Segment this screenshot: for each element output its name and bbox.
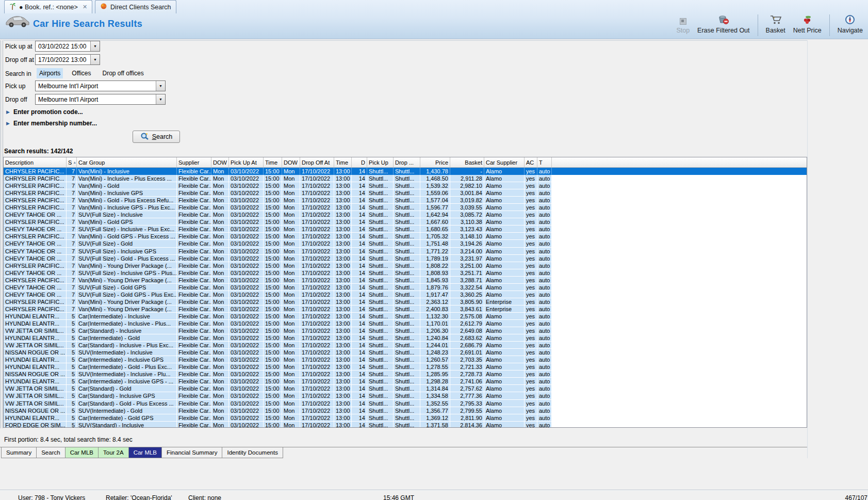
cell-basket: 2,982.10: [450, 182, 484, 189]
column-header-time2[interactable]: Time: [334, 157, 352, 167]
table-row[interactable]: CHRYSLER PACIFIC...7Van(Mini) - Gold GPS…: [4, 233, 807, 240]
search-in-airports[interactable]: Airports: [37, 68, 63, 78]
column-header-drop[interactable]: Drop ...: [394, 157, 420, 167]
cell-ac: yes: [525, 327, 537, 334]
column-header-pick_up_at[interactable]: Pick Up At: [229, 157, 264, 167]
cell-ac: yes: [525, 211, 537, 218]
cell-pick_up: Shuttl...: [367, 392, 394, 399]
table-row[interactable]: CHRYSLER PACIFIC...7Van(Mini) - GoldFlex…: [4, 182, 807, 189]
table-row[interactable]: CHRYSLER PACIFIC...7Van(Mini) - Young Dr…: [4, 298, 807, 305]
table-row[interactable]: NISSAN ROGUE OR ...5SUV(Intermediate) - …: [4, 370, 807, 378]
chevron-down-icon[interactable]: ▼: [90, 55, 100, 64]
bottom-tab-search[interactable]: Search: [36, 447, 65, 458]
table-row[interactable]: VW JETTA OR SIMIL...5Car(Standard) - Inc…: [4, 327, 807, 334]
column-header-dow2[interactable]: DOW: [282, 157, 300, 167]
table-row[interactable]: CHRYSLER PACIFIC...7Van(Mini) - Gold GPS…: [4, 218, 807, 225]
column-header-ac[interactable]: AC: [525, 157, 537, 167]
table-row[interactable]: HYUNDAI ELANTR...5Car(Intermediate) - In…: [4, 320, 807, 327]
bottom-tab-financial-summary[interactable]: Financial Summary: [161, 447, 222, 458]
column-header-drop_off_at[interactable]: Drop Off At: [300, 157, 334, 167]
column-header-price[interactable]: Price: [420, 157, 450, 167]
nett-price-button[interactable]: Nett Price: [793, 13, 822, 34]
column-header-filler[interactable]: [552, 157, 807, 167]
cell-description: CHEVY TAHOE OR ...: [4, 225, 67, 233]
table-row[interactable]: HYUNDAI ELANTR...5Car(Intermediate) - Go…: [4, 334, 807, 342]
table-row[interactable]: HYUNDAI ELANTR...5Car(Intermediate) - Go…: [4, 414, 807, 422]
table-row[interactable]: VW JETTA OR SIMIL...5Car(Standard) - Gol…: [4, 385, 807, 392]
table-row[interactable]: HYUNDAI ELANTR...5Car(Intermediate) - Go…: [4, 363, 807, 370]
cell-drop_off_at: 17/10/2022: [300, 392, 334, 399]
cell-drop: Shuttl...: [394, 189, 420, 197]
column-header-description[interactable]: Description: [4, 157, 67, 167]
column-header-d[interactable]: D: [352, 157, 367, 167]
chevron-down-icon[interactable]: ▼: [156, 81, 165, 91]
promotion-code-expander[interactable]: ▶ Enter promotion code...: [6, 108, 83, 116]
bottom-tab-car-mlb[interactable]: Car MLB: [128, 447, 162, 458]
table-row[interactable]: HYUNDAI ELANTR...5Car(Intermediate) - In…: [4, 313, 807, 320]
table-row[interactable]: NISSAN ROGUE OR ...5SUV(Intermediate) - …: [4, 407, 807, 414]
pick-up-at-combobox[interactable]: 03/10/2022 15:00 ▼: [35, 41, 100, 52]
search-button[interactable]: Search: [133, 131, 180, 143]
drop-off-combobox[interactable]: Melbourne Int'l Airport ▼: [35, 94, 166, 105]
table-row[interactable]: CHRYSLER PACIFIC...7Van(Mini) - Inclusiv…: [4, 204, 807, 211]
cell-dow: Mon: [211, 400, 229, 407]
drop-off-at-combobox[interactable]: 17/10/2022 13:00 ▼: [35, 54, 100, 65]
table-row[interactable]: FORD EDGE OR SIM...5SUV(Standard) - Incl…: [4, 422, 807, 428]
table-row[interactable]: CHRYSLER PACIFIC...7Van(Mini) - Young Dr…: [4, 277, 807, 284]
tab-booking-ref[interactable]: ● Book. ref.: <none> ✕: [4, 0, 92, 13]
column-header-pick_up[interactable]: Pick Up: [367, 157, 394, 167]
table-row[interactable]: CHRYSLER PACIFIC...7Van(Mini) - Inclusiv…: [4, 168, 807, 175]
column-header-t[interactable]: T: [537, 157, 552, 167]
erase-filtered-out-button[interactable]: Erase Filtered Out: [697, 13, 749, 34]
cell-filler: [552, 240, 807, 247]
column-header-s[interactable]: S▲: [67, 157, 77, 167]
table-row[interactable]: CHRYSLER PACIFIC...7Van(Mini) - Young Dr…: [4, 262, 807, 269]
table-row[interactable]: CHEVY TAHOE OR ...7SUV(Full Size) - Incl…: [4, 269, 807, 277]
cell-dow: Mon: [211, 414, 229, 422]
bottom-tab-identity-documents[interactable]: Identity Documents: [222, 447, 283, 458]
bottom-tab-car-mlb[interactable]: Car MLB: [65, 447, 99, 458]
chevron-down-icon[interactable]: ▼: [156, 94, 165, 104]
pick-up-combobox[interactable]: Melbourne Int'l Airport ▼: [35, 80, 166, 91]
table-row[interactable]: CHEVY TAHOE OR ...7SUV(Full Size) - Incl…: [4, 211, 807, 218]
column-header-time[interactable]: Time: [264, 157, 282, 167]
tab-direct-clients-search[interactable]: Direct Clients Search: [95, 0, 176, 13]
table-row[interactable]: CHEVY TAHOE OR ...7SUV(Full Size) - Gold…: [4, 240, 807, 247]
search-in-offices[interactable]: Offices: [69, 68, 93, 78]
table-row[interactable]: VW JETTA OR SIMIL...5Car(Standard) - Gol…: [4, 400, 807, 407]
column-header-supplier[interactable]: Supplier: [177, 157, 211, 167]
table-row[interactable]: HYUNDAI ELANTR...5Car(Intermediate) - In…: [4, 378, 807, 385]
table-row[interactable]: VW JETTA OR SIMIL...5Car(Standard) - Inc…: [4, 342, 807, 349]
column-header-car_supplier[interactable]: Car Supplier: [484, 157, 525, 167]
table-row[interactable]: HYUNDAI ELANTR...5Car(Intermediate) - In…: [4, 356, 807, 363]
basket-button[interactable]: Basket: [766, 13, 785, 34]
chevron-down-icon[interactable]: ▼: [90, 41, 100, 51]
column-header-basket[interactable]: Basket: [450, 157, 484, 167]
navigate-button[interactable]: Navigate: [838, 13, 863, 34]
column-header-dow[interactable]: DOW: [211, 157, 229, 167]
pick-up-label: Pick up: [5, 83, 25, 90]
cell-description: NISSAN ROGUE OR ...: [4, 407, 67, 414]
table-row[interactable]: CHEVY TAHOE OR ...7SUV(Full Size) - Gold…: [4, 255, 807, 262]
table-row[interactable]: CHEVY TAHOE OR ...7SUV(Full Size) - Gold…: [4, 284, 807, 291]
cell-car_supplier: Alamo: [484, 269, 525, 277]
table-row[interactable]: CHRYSLER PACIFIC...7Van(Mini) - Inclusiv…: [4, 175, 807, 182]
close-icon[interactable]: ✕: [83, 4, 87, 10]
table-row[interactable]: CHRYSLER PACIFIC...7Van(Mini) - Young Dr…: [4, 305, 807, 313]
cell-drop_off_at: 17/10/2022: [300, 204, 334, 211]
bottom-tab-tour-2a[interactable]: Tour 2A: [98, 447, 129, 458]
bottom-tab-summary[interactable]: Summary: [1, 447, 37, 458]
table-row[interactable]: CHEVY TAHOE OR ...7SUV(Full Size) - Gold…: [4, 291, 807, 298]
membership-number-expander[interactable]: ▶ Enter membership number...: [6, 120, 97, 127]
table-row[interactable]: CHEVY TAHOE OR ...7SUV(Full Size) - Incl…: [4, 225, 807, 233]
cell-description: HYUNDAI ELANTR...: [4, 356, 67, 363]
table-row[interactable]: CHRYSLER PACIFIC...7Van(Mini) - Gold - P…: [4, 197, 807, 204]
table-row[interactable]: CHEVY TAHOE OR ...7SUV(Full Size) - Incl…: [4, 248, 807, 255]
column-header-car_group[interactable]: Car Group: [77, 157, 177, 167]
table-row[interactable]: CHRYSLER PACIFIC...7Van(Mini) - Inclusiv…: [4, 189, 807, 197]
search-in-drop-off-offices[interactable]: Drop off offices: [100, 68, 146, 78]
cell-supplier: Flexible Car...: [177, 414, 211, 422]
table-row[interactable]: VW JETTA OR SIMIL...5Car(Standard) - Inc…: [4, 392, 807, 399]
cell-car_supplier: Alamo: [484, 378, 525, 385]
table-row[interactable]: NISSAN ROGUE OR ...5SUV(Intermediate) - …: [4, 349, 807, 356]
